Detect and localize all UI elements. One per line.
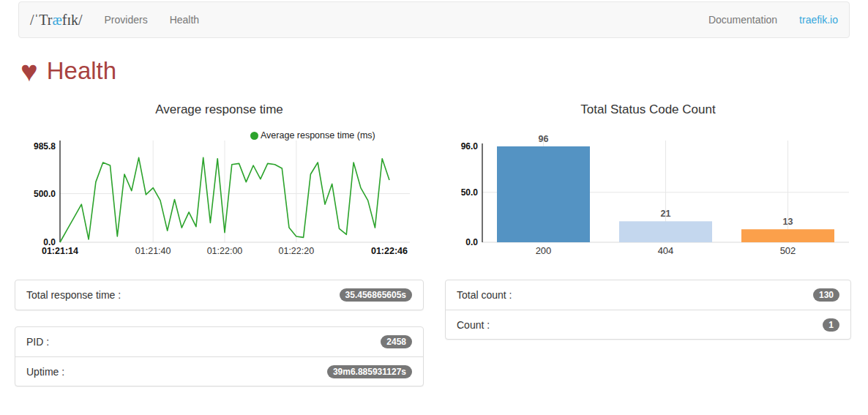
- svg-text:96.0: 96.0: [461, 141, 479, 152]
- line-chart-title: Average response time: [15, 101, 424, 119]
- svg-text:01:22:00: 01:22:00: [207, 246, 243, 256]
- pid-label: PID :: [26, 336, 49, 348]
- nav-item-documentation[interactable]: Documentation: [697, 2, 788, 37]
- nav-item-health[interactable]: Health: [159, 2, 210, 37]
- pid-badge: 2458: [381, 335, 412, 348]
- panel-row-count: Count : 1: [446, 310, 850, 339]
- nav-left: Providers Health: [94, 2, 211, 37]
- svg-text:200: 200: [536, 245, 552, 256]
- page-title: Health: [47, 57, 116, 85]
- bar-chart-area: 9620021404135020.050.096.0: [445, 119, 851, 265]
- total-response-time-badge: 35.456865605s: [340, 288, 412, 302]
- nav-item-providers[interactable]: Providers: [94, 2, 159, 37]
- count-badge: 1: [823, 318, 839, 332]
- svg-text:50.0: 50.0: [461, 187, 479, 198]
- svg-text:21: 21: [661, 209, 671, 219]
- total-status-code-chart: 9620021404135020.050.096.0: [445, 119, 851, 265]
- panel-row-pid: PID : 2458: [15, 327, 423, 356]
- nav-right: Documentation traefik.io: [697, 2, 849, 37]
- line-chart-area: Average response time (ms) 0.0500.0985.8…: [15, 119, 424, 265]
- bar-chart-title: Total Status Code Count: [445, 101, 851, 119]
- logo-accent: æ: [52, 12, 61, 29]
- count-label: Count :: [457, 319, 490, 331]
- heart-icon: ♥: [20, 56, 38, 86]
- panel-row-total-response-time: Total response time : 35.456865605s: [15, 280, 423, 310]
- response-time-column: Average response time Average response t…: [15, 98, 424, 403]
- panel-row-total-count: Total count : 130: [446, 280, 850, 310]
- average-response-time-chart: 0.0500.0985.801:21:1401:21:4001:22:0001:…: [15, 119, 424, 265]
- status-code-column: Total Status Code Count 9620021404135020…: [445, 98, 851, 403]
- total-count-badge: 130: [813, 288, 839, 302]
- svg-text:0.0: 0.0: [465, 237, 478, 247]
- traefik-logo[interactable]: /ˈTræfɪk/: [19, 2, 94, 37]
- uptime-badge: 39m6.885931127s: [327, 365, 412, 378]
- svg-text:01:22:46: 01:22:46: [371, 246, 408, 256]
- total-response-time-panel: Total response time : 35.456865605s: [15, 280, 424, 310]
- panel-row-uptime: Uptime : 39m6.885931127s: [15, 356, 423, 386]
- navbar: /ˈTræfɪk/ Providers Health Documentation…: [18, 1, 850, 38]
- svg-text:502: 502: [780, 245, 796, 256]
- svg-text:985.8: 985.8: [34, 141, 56, 152]
- logo-post: fɪk/: [62, 12, 83, 29]
- svg-text:500.0: 500.0: [34, 189, 56, 199]
- uptime-label: Uptime :: [26, 366, 64, 378]
- main-content: Average response time Average response t…: [15, 98, 851, 403]
- svg-text:96: 96: [539, 134, 549, 144]
- counts-panel: Total count : 130 Count : 1: [445, 280, 851, 340]
- svg-text:01:21:40: 01:21:40: [135, 246, 171, 256]
- svg-text:01:21:14: 01:21:14: [42, 246, 78, 256]
- total-response-time-label: Total response time :: [26, 289, 121, 301]
- svg-text:13: 13: [783, 217, 793, 227]
- process-panel: PID : 2458 Uptime : 39m6.885931127s: [15, 326, 424, 386]
- svg-text:01:22:20: 01:22:20: [278, 246, 314, 256]
- page-heading: ♥ Health: [20, 53, 868, 89]
- total-count-label: Total count :: [457, 289, 512, 301]
- right-panels: Total count : 130 Count : 1: [445, 280, 851, 340]
- svg-text:404: 404: [658, 245, 674, 256]
- nav-item-traefik-io[interactable]: traefik.io: [788, 2, 849, 37]
- logo-pre: /ˈTr: [30, 12, 52, 29]
- left-panels: Total response time : 35.456865605s PID …: [15, 280, 424, 386]
